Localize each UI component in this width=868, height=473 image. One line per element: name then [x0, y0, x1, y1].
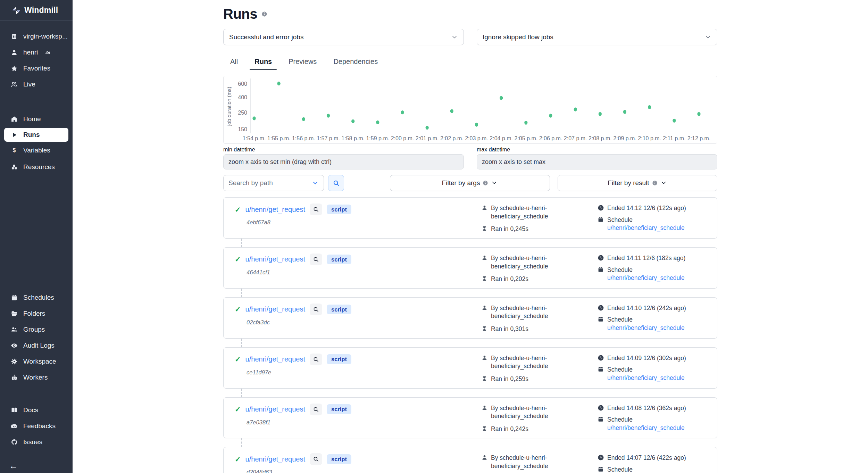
script-badge: script [327, 205, 351, 215]
github-icon [10, 438, 18, 446]
collapse-sidebar-arrow-icon[interactable]: ← [9, 461, 18, 470]
app-root: Windmill virgin-worksp... henri [0, 0, 868, 473]
sidebar-item-audit-logs[interactable]: Audit Logs [0, 338, 73, 354]
run-id: a7e038f1 [247, 419, 481, 426]
run-path-link[interactable]: u/henri/get_request [245, 305, 305, 313]
schedule-path-link[interactable]: u/henri/beneficiary_schedule [607, 374, 685, 381]
run-path-link[interactable]: u/henri/get_request [245, 255, 305, 263]
svg-text:250: 250 [238, 110, 247, 116]
sidebar-item-workspace-settings[interactable]: Workspace [0, 354, 73, 370]
windmill-logo-icon [12, 6, 21, 15]
success-check-icon: ✓ [235, 306, 241, 313]
run-row[interactable]: ✓ u/henri/get_request script a7e038f1 [223, 397, 717, 439]
svg-text:job duration (ms): job duration (ms) [226, 87, 232, 126]
title-info-icon[interactable] [261, 11, 267, 17]
svg-text:150: 150 [238, 126, 247, 132]
run-row[interactable]: ✓ u/henri/get_request script 02cfa3dc [223, 297, 717, 339]
run-path-link[interactable]: u/henri/get_request [245, 206, 305, 214]
sidebar-item-live[interactable]: Live [0, 76, 73, 92]
run-detail-search-button[interactable] [310, 354, 322, 365]
svg-text:2:11 p.m.: 2:11 p.m. [663, 135, 686, 141]
svg-text:2:05 p.m.: 2:05 p.m. [514, 135, 537, 141]
sidebar-item-runs[interactable]: Runs [4, 128, 68, 142]
success-check-icon: ✓ [235, 206, 241, 213]
hourglass-icon [481, 325, 488, 332]
run-path-link[interactable]: u/henri/get_request [245, 405, 305, 413]
run-path-link[interactable]: u/henri/get_request [245, 355, 305, 363]
schedule-label: Schedule [607, 466, 633, 473]
job-status-select[interactable]: Successful and error jobs [223, 29, 464, 45]
run-triggered-by: By schedule-u-henri-beneficiary_schedule [491, 454, 560, 470]
success-check-icon: ✓ [235, 406, 241, 413]
search-by-path-select[interactable]: Search by path [223, 175, 324, 191]
success-check-icon: ✓ [235, 256, 241, 263]
schedule-path-link[interactable]: u/henri/beneficiary_schedule [607, 324, 685, 331]
run-detail-search-button[interactable] [310, 204, 322, 215]
sidebar-item-home[interactable]: Home [0, 111, 73, 127]
job-duration-chart[interactable]: job duration (ms)1502504006001:54 p.m.1:… [223, 76, 717, 144]
svg-text:2:04 p.m.: 2:04 p.m. [490, 135, 513, 141]
sidebar-item-workers[interactable]: Workers [0, 370, 73, 385]
run-detail-search-button[interactable] [310, 254, 322, 265]
run-triggered-by: By schedule-u-henri-beneficiary_schedule [491, 404, 560, 421]
schedule-path-link[interactable]: u/henri/beneficiary_schedule [607, 224, 685, 231]
sidebar-item-user[interactable]: henri [0, 44, 73, 60]
svg-text:2:09 p.m.: 2:09 p.m. [613, 135, 636, 141]
svg-text:2:06 p.m.: 2:06 p.m. [539, 135, 562, 141]
gear-icon [10, 358, 18, 365]
svg-text:600: 600 [238, 81, 247, 87]
sidebar-item-folders[interactable]: Folders [0, 306, 73, 322]
tab-dependencies[interactable]: Dependencies [333, 55, 378, 70]
max-datetime-input[interactable] [477, 154, 717, 169]
schedule-path-link[interactable]: u/henri/beneficiary_schedule [607, 424, 685, 431]
run-id: ce11d97e [247, 369, 481, 376]
clock-icon [598, 454, 604, 461]
chevron-down-icon [491, 180, 498, 186]
run-id: 4ebf67a8 [247, 219, 481, 226]
run-ended-time: Ended 14:09 12/6 (302s ago) [607, 354, 686, 363]
main-area: Runs Successful and error jobs Ignore sk… [73, 0, 868, 473]
calendar-icon [598, 416, 604, 423]
run-triggered-by: By schedule-u-henri-beneficiary_schedule [491, 204, 560, 221]
chevron-down-icon [451, 34, 458, 41]
run-detail-search-button[interactable] [310, 404, 322, 415]
svg-text:2:02 p.m.: 2:02 p.m. [440, 135, 464, 141]
success-check-icon: ✓ [235, 456, 241, 463]
sidebar-item-issues[interactable]: Issues [0, 434, 73, 450]
sidebar-item-schedules[interactable]: Schedules [0, 290, 73, 306]
run-ended-time: Ended 14:10 12/6 (242s ago) [607, 304, 686, 313]
tab-runs[interactable]: Runs [254, 55, 273, 70]
run-ended-time: Ended 14:12 12/6 (122s ago) [607, 204, 686, 213]
search-button[interactable] [328, 175, 344, 191]
brand-row[interactable]: Windmill [0, 0, 73, 21]
run-row[interactable]: ✓ u/henri/get_request script d2048d63 [223, 447, 717, 473]
tab-all[interactable]: All [229, 55, 239, 70]
run-triggered-by: By schedule-u-henri-beneficiary_schedule [491, 304, 560, 321]
run-triggered-by: By schedule-u-henri-beneficiary_schedule [491, 254, 560, 271]
sidebar-item-resources[interactable]: Resources [0, 159, 73, 175]
calendar-icon [598, 266, 604, 273]
run-detail-search-button[interactable] [310, 453, 322, 465]
run-row[interactable]: ✓ u/henri/get_request script ce11d97e [223, 347, 717, 389]
sidebar-item-feedbacks[interactable]: Feedbacks [0, 418, 73, 434]
sidebar-item-favorites[interactable]: Favorites [0, 60, 73, 76]
min-datetime-input[interactable] [223, 154, 464, 169]
sidebar-item-variables[interactable]: $ Variables [0, 142, 73, 158]
tab-previews[interactable]: Previews [288, 55, 317, 70]
svg-text:2:03 p.m.: 2:03 p.m. [465, 135, 488, 141]
filter-by-args-button[interactable]: Filter by args [390, 175, 550, 191]
sidebar-item-docs[interactable]: Docs [0, 402, 73, 418]
schedule-path-link[interactable]: u/henri/beneficiary_schedule [607, 274, 685, 281]
sidebar-item-workspace[interactable]: virgin-worksp... [0, 28, 73, 44]
sidebar-item-groups[interactable]: Groups [0, 322, 73, 338]
run-row[interactable]: ✓ u/henri/get_request script 4ebf67a8 [223, 197, 717, 239]
filter-by-result-button[interactable]: Filter by result [558, 175, 717, 191]
info-icon [652, 180, 658, 186]
run-detail-search-button[interactable] [310, 304, 322, 315]
run-path-link[interactable]: u/henri/get_request [245, 455, 305, 463]
run-row[interactable]: ✓ u/henri/get_request script 46441cf1 [223, 247, 717, 289]
schedule-label: Schedule [607, 216, 633, 223]
svg-text:1:58 p.m.: 1:58 p.m. [341, 135, 365, 141]
skipped-flow-select[interactable]: Ignore skipped flow jobs [477, 29, 717, 45]
search-icon [313, 406, 319, 413]
